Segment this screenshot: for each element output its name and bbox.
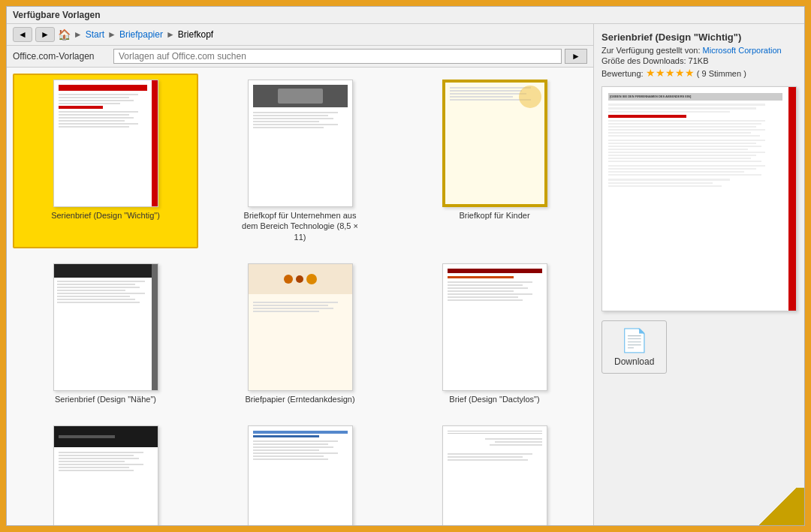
breadcrumb-start[interactable]: Start [86, 29, 104, 40]
grid-item-9[interactable]: Briefkopf und Umschlag [402, 419, 587, 525]
grid-item-7[interactable]: Serienbrief (Design "Schwarzes Band") [13, 419, 198, 525]
thumb-7 [53, 425, 158, 525]
thumb-5 [248, 263, 353, 391]
right-panel: Serienbrief (Design "Wichtig") Zur Verfü… [594, 24, 804, 525]
title-bar: Verfügbare Vorlagen [7, 7, 804, 24]
forward-button[interactable]: ► [35, 27, 55, 42]
sep2: ► [107, 29, 116, 40]
thumb-6 [442, 263, 547, 391]
download-button[interactable]: 📄 Download [601, 320, 667, 374]
preview-doc: [GEBEN SIE DEN FIRMENNAMEN DES ABSENDERS… [602, 87, 788, 311]
download-doc-icon: 📄 [620, 327, 648, 353]
home-icon[interactable]: 🏠 [58, 29, 71, 41]
preview-title: Serienbrief (Design "Wichtig") [601, 32, 797, 43]
grid-item-4[interactable]: Serienbrief (Design "Nähe") [13, 257, 198, 410]
grid-item-3[interactable]: Briefkopf für Kinder [402, 74, 587, 248]
preview-red-bar [788, 87, 796, 311]
sep3: ► [166, 29, 175, 40]
size-value: 71KB [689, 56, 709, 65]
grid-container: Serienbrief (Design "Wichtig") [13, 74, 587, 525]
sep1: ► [74, 29, 83, 40]
window-title: Verfügbare Vorlagen [13, 10, 100, 20]
item-label-5: Briefpapier (Erntedankdesign) [245, 394, 354, 404]
search-label: Office.com-Vorlagen [13, 51, 110, 62]
search-button[interactable]: ► [565, 49, 587, 64]
preview-size-line: Größe des Downloads: 71KB [601, 56, 797, 65]
corner-decoration [752, 488, 804, 525]
votes: ( 9 Stimmen ) [697, 69, 746, 78]
grid-item-6[interactable]: Brief (Design "Dactylos") [402, 257, 587, 410]
grid-item-1[interactable]: Serienbrief (Design "Wichtig") [13, 74, 198, 248]
thumb-4 [53, 263, 158, 391]
breadcrumb-briefpapier[interactable]: Briefpapier [119, 29, 163, 40]
item-label-2: Briefkopf für Unternehmen aus dem Bereic… [240, 210, 360, 242]
item-label-3: Briefkopf für Kinder [459, 210, 529, 221]
breadcrumb-briefkopf: Briefkopf [178, 29, 213, 40]
templates-grid: Serienbrief (Design "Wichtig") [7, 68, 593, 525]
download-label: Download [614, 356, 654, 367]
stars: ★★★★★ [646, 67, 695, 79]
item-label-4: Serienbrief (Design "Nähe") [55, 394, 156, 404]
nav-bar: ◄ ► 🏠 ► Start ► Briefpapier ► Briefkopf [7, 24, 593, 46]
grid-item-5[interactable]: Briefpapier (Erntedankdesign) [207, 257, 393, 410]
provider-link[interactable]: Microsoft Corporation [703, 46, 782, 55]
preview-image: [GEBEN SIE DEN FIRMENNAMEN DES ABSENDERS… [601, 86, 797, 311]
left-panel: ◄ ► 🏠 ► Start ► Briefpapier ► Briefkopf … [7, 24, 594, 525]
search-input[interactable] [113, 49, 562, 64]
thumb-1 [53, 80, 158, 207]
preview-provider-line: Zur Verfügung gestellt von: Microsoft Co… [601, 46, 797, 55]
grid-item-2[interactable]: Briefkopf für Unternehmen aus dem Bereic… [207, 74, 393, 248]
search-bar: Office.com-Vorlagen ► [7, 46, 593, 68]
thumb-9 [442, 425, 547, 525]
back-button[interactable]: ◄ [13, 27, 32, 42]
preview-rating-line: Bewertung: ★★★★★ ( 9 Stimmen ) [601, 67, 797, 79]
item-label-1: Serienbrief (Design "Wichtig") [51, 210, 160, 221]
thumb-2 [248, 80, 353, 207]
thumb-3 [442, 80, 547, 207]
grid-item-8[interactable]: Briefkopf (mit Stufe) [207, 419, 393, 525]
item-label-6: Brief (Design "Dactylos") [449, 394, 539, 404]
thumb-8 [248, 425, 353, 525]
